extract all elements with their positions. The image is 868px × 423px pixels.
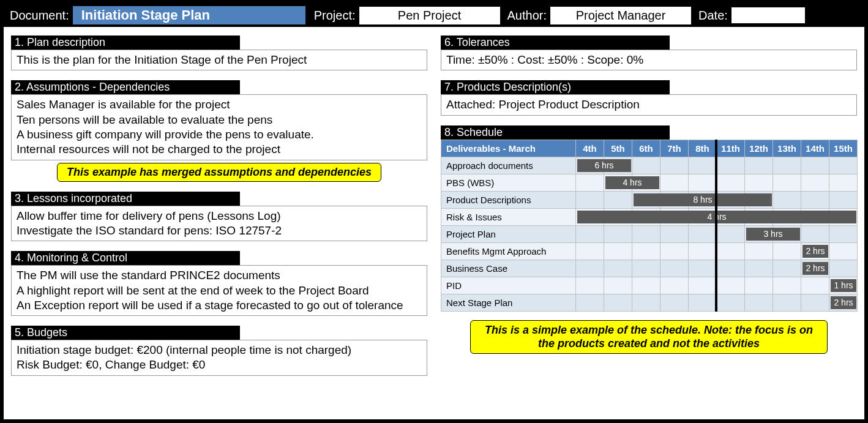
schedule-cell [660, 225, 689, 242]
section-heading: 2. Assumptions - Dependencies [11, 80, 240, 94]
schedule-cell [773, 174, 801, 191]
schedule-row: Product Descriptions8 hrs [441, 191, 858, 208]
today-marker-line [715, 140, 717, 312]
right-column: 6. Tolerances Time: ±50% : Cost: ±50% : … [441, 36, 857, 376]
section-heading: 6. Tolerances [441, 36, 670, 50]
schedule-row-name: Next Stage Plan [441, 294, 576, 311]
schedule-row-name: Project Plan [441, 225, 576, 242]
schedule-cell [604, 242, 632, 260]
schedule-cell [660, 157, 689, 174]
schedule-cell [604, 294, 632, 311]
gantt-bar: 3 hrs [746, 228, 800, 241]
line: Allow buffer time for delivery of pens (… [17, 209, 422, 223]
schedule-header-day: 5th [604, 140, 632, 157]
schedule-cell [604, 225, 632, 242]
schedule-cell [576, 260, 604, 277]
schedule-cell [801, 294, 829, 311]
schedule-cell [829, 157, 858, 174]
schedule-cell [801, 191, 829, 208]
section-tolerances: 6. Tolerances Time: ±50% : Cost: ±50% : … [441, 36, 857, 70]
gantt-bar: 2 hrs [803, 262, 828, 275]
schedule-row: Project Plan3 hrs [441, 225, 858, 242]
schedule-header-day: 8th [689, 140, 717, 157]
schedule-table: Deliverables - March4th5th6th7th8th11th1… [441, 140, 858, 312]
line: Ten persons will be available to evaluat… [17, 113, 422, 127]
schedule-row: Approach documents6 hrs [441, 157, 858, 174]
section-body: Initiation stage budget: €200 (internal … [11, 340, 427, 376]
schedule-cell [604, 277, 632, 294]
section-body: The PM will use the standard PRINCE2 doc… [11, 265, 427, 316]
schedule-cell [632, 260, 660, 277]
schedule-cell [576, 277, 604, 294]
line: The PM will use the standard PRINCE2 doc… [17, 268, 422, 283]
schedule-row: Benefits Mgmt Approach2 hrs [441, 242, 858, 260]
schedule-header-day: 11th [717, 140, 745, 157]
schedule-cell [689, 242, 717, 260]
schedule-cell [660, 260, 689, 277]
section-assumptions: 2. Assumptions - Dependencies Sales Mana… [11, 80, 427, 181]
gantt-bar: 1 hrs [831, 279, 856, 292]
section-schedule: 8. Schedule Deliverables - March4th5th6t… [441, 125, 857, 354]
schedule-header-day: 12th [745, 140, 773, 157]
schedule-cell: 8 hrs [632, 191, 660, 208]
schedule-row-name: Approach documents [441, 157, 576, 174]
section-heading: 7. Products Description(s) [441, 80, 670, 94]
schedule-cell [829, 260, 858, 277]
callout-note: This is a simple example of the schedule… [470, 320, 828, 354]
schedule-cell [829, 191, 858, 208]
schedule-cell [576, 242, 604, 260]
schedule-cell [717, 294, 745, 311]
schedule-cell [717, 242, 745, 260]
line: A business gift company will provide the… [17, 127, 422, 142]
schedule-row: Next Stage Plan2 hrs [441, 294, 858, 311]
schedule-cell [773, 260, 801, 277]
schedule-row: Risk & Issues4 hrs [441, 208, 858, 225]
section-heading: 1. Plan description [11, 36, 240, 50]
section-lessons: 3. Lessons incorporated Allow buffer tim… [11, 192, 427, 242]
schedule-cell [745, 294, 773, 311]
schedule-cell [745, 174, 773, 191]
section-body: This is the plan for the Initiation Stag… [11, 50, 427, 70]
schedule-cell [829, 225, 858, 242]
schedule-cell [604, 260, 632, 277]
gantt-bar: 8 hrs [634, 193, 772, 206]
schedule-cell [773, 191, 801, 208]
schedule-cell [660, 277, 689, 294]
schedule-row-name: Business Case [441, 260, 576, 277]
schedule-cell [829, 174, 858, 191]
schedule-cell [773, 294, 801, 311]
schedule-cell [576, 294, 604, 311]
schedule-header-day: 15th [829, 140, 858, 157]
line: Investigate the ISO standard for pens: I… [17, 223, 422, 238]
schedule-cell: 6 hrs [576, 157, 604, 174]
schedule-cell [689, 225, 717, 242]
schedule-row-name: Product Descriptions [441, 191, 576, 208]
schedule-row-name: PID [441, 277, 576, 294]
schedule-cell [801, 225, 829, 242]
left-column: 1. Plan description This is the plan for… [11, 36, 427, 376]
line: Risk Budget: €0, Change Budget: €0 [17, 357, 422, 372]
section-body: Attached: Project Product Description [441, 94, 857, 115]
section-body: Time: ±50% : Cost: ±50% : Scope: 0% [441, 50, 857, 70]
schedule-cell [717, 174, 745, 191]
schedule-cell [773, 242, 801, 260]
schedule-cell [632, 157, 660, 174]
schedule-cell [745, 157, 773, 174]
line: A highlight report will be sent at the e… [17, 283, 422, 298]
schedule-cell [689, 277, 717, 294]
schedule-header-day: 6th [632, 140, 660, 157]
schedule-cell [576, 191, 604, 208]
schedule-cell [717, 225, 745, 242]
schedule-header-title: Deliverables - March [441, 140, 576, 157]
schedule-cell [660, 174, 689, 191]
schedule-row-name: Benefits Mgmt Approach [441, 242, 576, 260]
schedule-cell: 4 hrs [604, 174, 632, 191]
section-body: Sales Manager is available for the proje… [11, 94, 427, 160]
gantt-bar: 6 hrs [577, 159, 631, 172]
schedule-cell [660, 294, 689, 311]
section-plan-description: 1. Plan description This is the plan for… [11, 36, 427, 70]
section-heading: 3. Lessons incorporated [11, 192, 240, 206]
callout-note: This example has merged assumptions and … [57, 163, 381, 182]
schedule-cell [745, 277, 773, 294]
schedule-cell: 4 hrs [576, 208, 604, 225]
